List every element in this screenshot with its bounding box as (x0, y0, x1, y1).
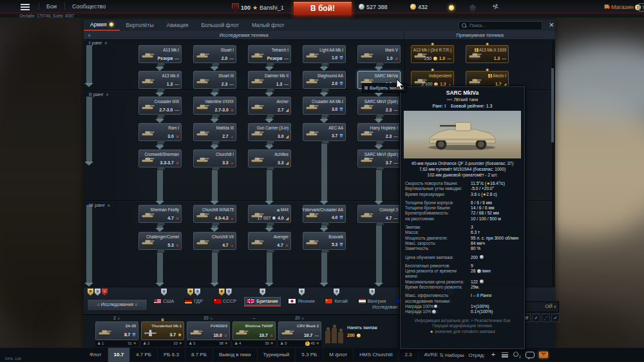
vehicle-cell-daimler-mk-ii[interactable]: Daimler Mk II1.3 — (248, 71, 291, 89)
vehicle-cell-archer[interactable]: Archer2.7 ◢ (248, 97, 291, 115)
tab-Армия[interactable]: Армия (84, 19, 120, 31)
menu-item-community[interactable]: Сообщество (72, 3, 106, 10)
tab-Большой флот[interactable]: Большой флот (194, 19, 245, 31)
slot-vehicle[interactable]: ZA-358.7 ⇈ (95, 321, 138, 340)
shop-button[interactable]: ⛟ Магазин ! (604, 4, 641, 10)
hint-bulb-icon[interactable] (449, 5, 454, 10)
nation-tab-china[interactable]: 9Китай (322, 287, 350, 315)
collapse-chevron-icon[interactable]: ∧ (107, 203, 110, 207)
vehicle-cell-crusader-aa-mk-i[interactable]: Crusader AA Mk.I3.0 ⇈ (303, 97, 346, 115)
preset-3[interactable]: 4.7 РБ (130, 348, 158, 362)
vehicle-cell-sarc-mkvi-6pdr-[interactable]: SARC MkVI (6pdr)3.7 — (357, 149, 401, 167)
vehicle-cell-harry-hopkins-i[interactable]: Harry Hopkins I2.3 — (357, 123, 401, 141)
preset-8[interactable]: 5.3 РБ (296, 348, 323, 362)
crew-slot-4[interactable]: –Bhishma TWMP10.7 ⚔♟ 435 ⚜ (232, 315, 276, 347)
contacts-icon[interactable] (513, 352, 521, 358)
wrench-icon[interactable]: ⚒ (491, 3, 499, 11)
collapse-chevron-icon[interactable]: ∧ (104, 41, 108, 45)
vehicle-cell-cromwell-sherman[interactable]: Cromwell/Sherman3.3-3.7 ⚔ (138, 149, 182, 167)
preset-7[interactable]: Турнирный (258, 348, 296, 362)
vehicle-cell-challenger-comet[interactable]: Challenger/Comet5.3 ⚔ (138, 232, 182, 250)
player-info[interactable]: 100 ★ Banshi_1 (232, 3, 284, 12)
help-button[interactable]: ? (639, 3, 644, 12)
list-icon[interactable] (502, 352, 508, 357)
crew-slot-3[interactable]: 20 ⚔FV4030/310.0 ⚔♟ 338 ⚜ (187, 315, 230, 347)
vehicle-cell-bosvark[interactable]: Bosvark5.3 ⇈ (303, 232, 346, 250)
vehicle-cell-a13-mk-i[interactable]: A13 Mk.IРезерв — (138, 45, 182, 63)
preset-11[interactable]: 2.3 (399, 348, 418, 362)
vehicle-cell-tetrarch-i[interactable]: Tetrarch IРезерв — (248, 45, 291, 63)
preset-2[interactable]: 10.7 (108, 348, 131, 362)
nation-tab-hungary[interactable]: 9Венгрия (355, 287, 389, 315)
search-box[interactable] (459, 21, 542, 30)
vehicle-cell-a13-mk-i-3rd-r-t-r-[interactable]: A13 Mk.I (3rd R.T.R.)250 1.0 —★ (411, 45, 454, 63)
slot-vehicle[interactable]: Thunderbolt Mk.13.7 ★ (141, 321, 184, 340)
nation-tab-uk[interactable]: 9Британия (244, 287, 281, 315)
collapse-chevron-icon[interactable]: ∧ (88, 31, 91, 39)
to-battle-button[interactable]: В бой! (293, 1, 352, 16)
vehicle-cell-valentine-i-xi-ix[interactable]: Valentine I/XI/IX2.7-3.0 ⚔ (193, 97, 236, 115)
vehicle-cell-crusader-ii-iii[interactable]: Crusader II/III2.7-3.0 — (138, 97, 182, 115)
preset-5[interactable]: 8.7 РБ (185, 348, 213, 362)
vehicle-cell-ystervark-crusader-aa[interactable]: Ystervark/Crusader AA4.0 ⇈ (303, 205, 346, 223)
vehicle-cell-gun-carrier-3-in-[interactable]: Gun Carrier (3-in)3.0 ◢ (248, 123, 291, 141)
preset-10[interactable]: HMS Churchill (354, 348, 399, 362)
hire-crew-button[interactable]: Нанять экипаж 200 (324, 320, 395, 346)
preset-9[interactable]: М флот (323, 348, 354, 362)
vehicle-cell-sarc-mkvi-2pdr-[interactable]: SARC MkVI (2pdr)2.3 — (357, 97, 401, 115)
tab-Авиация[interactable]: Авиация (160, 19, 195, 31)
preset-1[interactable]: Флот (84, 348, 108, 362)
silver-lions-balance[interactable]: 527 388 (359, 4, 388, 10)
vehicle-cell-stuart-i[interactable]: Stuart I2.0 — (193, 45, 236, 63)
preset-6[interactable]: Вывод в пики (213, 348, 258, 362)
chat-icon[interactable] (526, 352, 535, 358)
vehicle-cell-churchill-i[interactable]: Churchill I3.3 ▲ (193, 149, 236, 167)
vehicle-cell-achilles[interactable]: Achilles3.3 ◢ (248, 149, 291, 167)
auto-ammo-icon[interactable]: ⋰ (542, 314, 550, 322)
vehicle-cell-sherman-firefly[interactable]: Sherman Firefly4.7 ⚔ (138, 205, 182, 223)
crew-slot-2[interactable]: –★Thunderbolt Mk.13.7 ★♟ 210 ⚜ (141, 315, 184, 347)
vehicle-cell-aec-aa[interactable]: AEC AA3.7 ⇈ (303, 123, 346, 141)
preset-4[interactable]: РБ 6.3 (158, 348, 185, 362)
collapse-chevron-icon[interactable]: ∧ (106, 92, 109, 97)
vehicle-cell-avenger[interactable]: Avenger4.7 ⚔ (248, 232, 291, 250)
squad-add-button[interactable]: + (489, 351, 497, 359)
tab-Малый флот[interactable]: Малый флот (245, 19, 290, 31)
tab-Вертолёты[interactable]: Вертолёты (120, 19, 160, 31)
vehicle-cell-matilda-iii[interactable]: Matilda III2.7 ▲ (193, 123, 236, 141)
vehicle-cell-m44[interactable]: ◉M4417 007 4.0 ◢ (248, 205, 291, 223)
auto-repair-check[interactable]: ✓ (532, 314, 540, 322)
scrollbar-track[interactable] (552, 39, 554, 287)
menu-item-battles[interactable]: Бои (46, 3, 57, 10)
golden-eagles-balance[interactable]: 432 (410, 4, 428, 10)
achievement-icon[interactable] (469, 5, 476, 12)
vehicle-cell-a13-mk-ii[interactable]: A13 Mk.II1.3 — (138, 71, 182, 89)
slot-vehicle[interactable]: FV4030/310.0 ⚔ (187, 321, 230, 340)
research-view-button[interactable]: ≋ Исследования ≋ (87, 299, 147, 311)
vehicle-cell-light-aa-mk-i[interactable]: Light AA Mk.I1.0 ⇈ (303, 45, 346, 63)
vehicle-cell-a13-mk-ii-1939[interactable]: A13 Mk.II 19391.3 —★ (466, 45, 509, 63)
nation-tab-japan[interactable]: 9Япония (285, 287, 317, 315)
vehicle-cell-churchill-iii-na75[interactable]: Churchill III/NA754.0-4.3 ▲ (193, 205, 236, 223)
nation-tab-usa[interactable]: 9США (151, 287, 177, 315)
auto-ammo-check[interactable]: ✓ (551, 314, 560, 322)
vehicle-cell-stuart-iii[interactable]: Stuart III2.3 — (193, 71, 236, 89)
menu-icon[interactable] (21, 4, 30, 10)
crew-slot-1[interactable]: 2 ⚔ZA-358.7 ⇈♟ 131 ⚜ (95, 315, 138, 347)
mail-icon[interactable] (539, 352, 548, 358)
scrollbar-thumb[interactable] (551, 68, 554, 142)
presets-button[interactable]: ⇅ Наборы (439, 352, 464, 358)
slot-vehicle[interactable]: Bhishma TWMP10.7 ⚔ (232, 321, 276, 340)
nation-tab-ussr[interactable]: ★9СССР (211, 287, 240, 315)
crew-slot-5[interactable]: 20 ⚔CRV Block 210.7 —♟ 5! 45 ⚜ (278, 315, 321, 347)
game-mode-dropdown[interactable]: ОЙ∨ (522, 301, 559, 312)
vehicle-cell-mark-v[interactable]: Mark V1.0 ⚔ (357, 45, 401, 63)
vehicle-cell-churchill-vii[interactable]: Churchill VII4.7 ▲ (193, 232, 236, 250)
vehicle-cell-concept-3[interactable]: Concept 34.7 — (357, 205, 401, 223)
vehicle-cell-staghound-aa[interactable]: Staghound AA2.0 ⇈ (303, 71, 346, 89)
vehicle-cell-ram-i[interactable]: Ram I3.0 ⚔ (138, 123, 182, 141)
nation-tab-gdr[interactable]: ★9ГДР (182, 287, 206, 315)
close-icon[interactable]: × (549, 20, 554, 30)
search-input[interactable] (468, 23, 539, 28)
slot-vehicle[interactable]: CRV Block 210.7 — (278, 321, 321, 340)
